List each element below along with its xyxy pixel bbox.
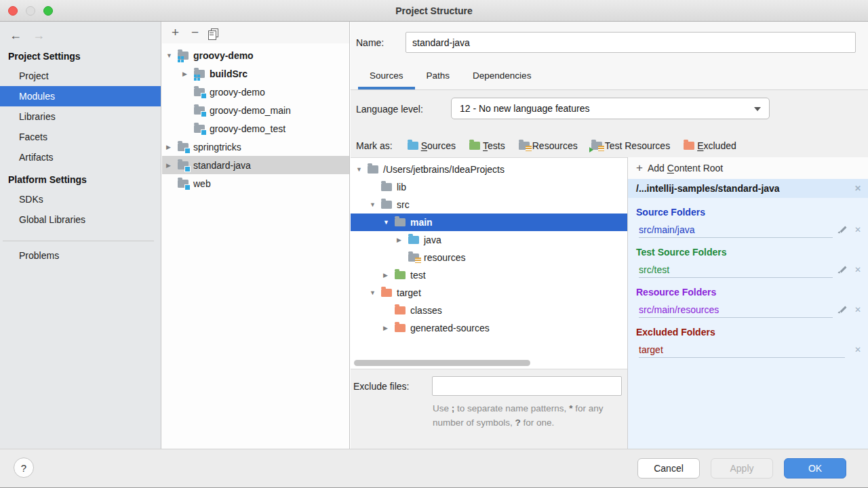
expand-arrow-icon[interactable] (356, 166, 368, 173)
apply-button[interactable]: Apply (711, 458, 773, 479)
folder-path[interactable]: src/main/resources (639, 304, 719, 315)
sidebar-item-global-libraries[interactable]: Global Libraries (0, 209, 161, 230)
expand-arrow-icon[interactable] (166, 144, 178, 150)
file-tree f-row-row-test[interactable]: test (351, 266, 627, 284)
file-tree f-row-row-lib[interactable]: lib (351, 178, 627, 196)
remove-folder-icon[interactable]: ✕ (854, 265, 861, 274)
sidebar-item-modules[interactable]: Modules (0, 86, 161, 106)
exclude-files-label: Exclude files: (353, 381, 409, 392)
file-tree f-row-row-target[interactable]: target (351, 284, 627, 302)
file-tree f-row-row-main[interactable]: main (351, 214, 627, 231)
folder-path[interactable]: src/main/java (639, 224, 694, 235)
sidebar-divider (3, 241, 154, 241)
group-excluded-folders: Excluded Folderstarget✕ (636, 327, 861, 358)
folder-test-icon (469, 142, 480, 150)
mark-as-label-test-resources: Test Resources (605, 140, 670, 151)
zoom-window-icon[interactable] (43, 6, 53, 16)
expand-arrow-icon[interactable] (166, 52, 178, 59)
expand-arrow-icon[interactable] (383, 219, 395, 226)
forward-arrow-icon: → (33, 28, 45, 43)
remove-folder-icon[interactable]: ✕ (854, 225, 861, 235)
sidebar-item-problems[interactable]: Problems (0, 245, 161, 266)
remove-module-button[interactable]: − (191, 27, 199, 38)
sidebar-item-artifacts[interactable]: Artifacts (0, 147, 161, 167)
scrollbar-thumb[interactable] (354, 360, 530, 366)
edit-folder-icon[interactable] (838, 305, 848, 314)
ok-button[interactable]: OK (784, 458, 846, 479)
expand-arrow-icon[interactable] (182, 70, 194, 77)
add-content-root-button[interactable]: + Add Content Root (628, 157, 868, 179)
file-tree f-row-row-classes[interactable]: classes (351, 302, 627, 319)
mark-as-sources[interactable]: Sources (408, 140, 456, 151)
module-tree t-row-row-buildsrc[interactable]: buildSrc (162, 64, 349, 83)
module-toolbar: + − (162, 22, 349, 43)
back-arrow-icon[interactable]: ← (9, 28, 22, 43)
folder-resource-icon (519, 142, 530, 150)
module-tree t-row-row-groovy-demo-main[interactable]: groovy-demo_main (162, 101, 349, 119)
copy-module-icon[interactable] (211, 28, 218, 37)
module-tree t-row-row-groovy-demo-test[interactable]: groovy-demo_test (162, 119, 349, 138)
tree-item-label: java (424, 235, 441, 245)
content-root-header[interactable]: /...intellij-samples/standard-java ✕ (628, 179, 868, 198)
expand-arrow-icon[interactable] (397, 237, 408, 243)
mark-as-tests[interactable]: Tests (469, 140, 505, 151)
folder-excluded-icon (395, 306, 406, 314)
expand-arrow-icon[interactable] (383, 272, 395, 279)
close-window-icon[interactable] (8, 6, 18, 16)
mark-as-excluded[interactable]: Excluded (684, 140, 736, 151)
remove-folder-icon[interactable]: ✕ (854, 345, 861, 354)
remove-folder-icon[interactable]: ✕ (854, 305, 861, 314)
help-button[interactable]: ? (14, 458, 34, 478)
history-nav: ← → (0, 22, 161, 44)
exclude-files-input[interactable] (432, 376, 622, 396)
language-level-select[interactable]: 12 - No new language features (451, 98, 770, 119)
module-icon (194, 125, 205, 133)
module-tree t-row-row-standard-java[interactable]: standard-java (162, 156, 349, 174)
cancel-button[interactable]: Cancel (637, 458, 700, 479)
tab-sources[interactable]: Sources (358, 65, 415, 89)
module-tree t-row-row-web[interactable]: web (162, 174, 349, 192)
mark-as-test-resources[interactable]: Test Resources (591, 140, 670, 151)
group-resource-folders: Resource Folderssrc/main/resources✕ (636, 287, 861, 318)
tree-item-label: springtricks (193, 142, 241, 152)
module-name-input[interactable] (406, 32, 856, 53)
tree-item-label: standard-java (193, 160, 251, 171)
module-icon (194, 88, 205, 96)
mark-as-label: Mark as: (356, 140, 393, 151)
sidebar-item-libraries[interactable]: Libraries (0, 106, 161, 127)
expand-arrow-icon[interactable] (370, 201, 381, 208)
folder-path[interactable]: target (639, 344, 663, 355)
mark-as-resources[interactable]: Resources (519, 140, 578, 151)
expand-arrow-icon[interactable] (383, 325, 395, 331)
expand-arrow-icon[interactable] (370, 289, 381, 296)
chevron-down-icon (754, 107, 761, 115)
file-tree f-row-row-java[interactable]: java (351, 231, 627, 249)
horizontal-scrollbar[interactable] (351, 359, 627, 367)
file-tree f-row-row-src[interactable]: src (351, 196, 627, 214)
file-tree f-row-row-users-jetbrains-ideaprojects[interactable]: /Users/jetbrains/IdeaProjects (351, 161, 627, 178)
file-tree f-row-row-generated-sources[interactable]: generated-sources (351, 319, 627, 337)
sidebar-item-sdks[interactable]: SDKs (0, 189, 161, 209)
tree-item-label: /Users/jetbrains/IdeaProjects (383, 164, 505, 175)
folder-icon (381, 183, 392, 191)
folder-icon (395, 218, 406, 226)
editor-tabs: SourcesPathsDependencies (358, 65, 542, 89)
add-module-button[interactable]: + (172, 27, 179, 38)
file-tree f-row-row-resources[interactable]: resources (351, 249, 627, 266)
tab-dependencies[interactable]: Dependencies (461, 65, 542, 89)
edit-folder-icon[interactable] (838, 225, 848, 235)
remove-content-root-icon[interactable]: ✕ (854, 184, 861, 193)
tab-paths[interactable]: Paths (415, 65, 462, 89)
edit-folder-icon[interactable] (838, 265, 848, 274)
expand-arrow-icon[interactable] (166, 162, 178, 169)
titlebar[interactable]: Project Structure (0, 0, 868, 22)
module-tree t-row-row-springtricks[interactable]: springtricks (162, 138, 349, 156)
module-tree t-row-row-groovy-demo[interactable]: groovy-demo (162, 83, 349, 101)
module-tree t-row-row-groovy-demo[interactable]: groovy-demo (162, 46, 349, 64)
tree-item-label: groovy-demo_main (210, 105, 291, 116)
folder-path[interactable]: src/test (639, 264, 669, 275)
sidebar-item-facets[interactable]: Facets (0, 127, 161, 147)
traffic-lights (8, 6, 53, 16)
sidebar-item-project[interactable]: Project (0, 66, 161, 86)
tree-item-label: groovy-demo_test (210, 123, 285, 134)
